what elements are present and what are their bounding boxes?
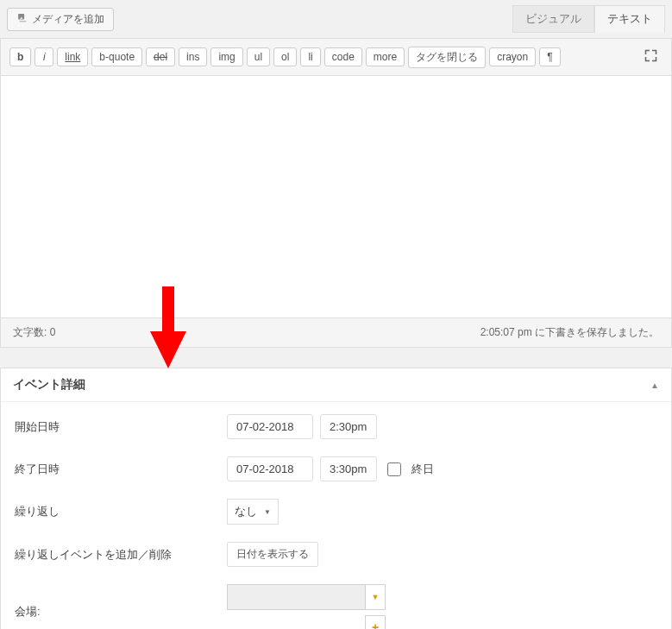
toolbar-bold-button[interactable]: b [9,47,31,66]
end-time-input[interactable] [320,456,377,481]
editor-toolbar: b i link b-quote del ins img ul ol li co… [1,39,671,76]
fullscreen-icon[interactable] [639,46,663,68]
repeat-label: 繰り返し [15,504,227,519]
chevron-down-icon: ▼ [264,508,271,516]
toolbar-ol-button[interactable]: ol [273,47,297,66]
start-date-input[interactable] [227,414,313,439]
panel-header[interactable]: イベント詳細 ▲ [1,368,671,402]
venue-add-button[interactable]: + [365,615,386,629]
show-dates-button[interactable]: 日付を表示する [227,542,318,567]
allday-label: 終日 [411,462,434,477]
toolbar-italic-button[interactable]: i [35,47,53,66]
toolbar-del-button[interactable]: del [146,47,175,66]
editor-textarea[interactable] [1,76,671,318]
toolbar-code-button[interactable]: code [324,47,362,66]
save-status: 2:05:07 pm に下書きを保存しました。 [480,325,659,340]
toolbar-li-button[interactable]: li [300,47,320,66]
toolbar-more-button[interactable]: more [366,47,405,66]
toolbar-img-button[interactable]: img [210,47,242,66]
toolbar-bquote-button[interactable]: b-quote [91,47,142,66]
add-media-label: メディアを追加 [32,12,104,27]
tab-text[interactable]: テキスト [594,5,665,33]
toolbar-ins-button[interactable]: ins [179,47,207,66]
start-datetime-label: 開始日時 [15,419,227,435]
panel-title: イベント詳細 [13,377,85,393]
toolbar-ul-button[interactable]: ul [247,47,270,66]
venue-input[interactable] [227,584,365,610]
start-time-input[interactable] [320,414,377,439]
repeat-select[interactable]: なし ▼ [227,499,279,525]
editor-mode-tabs: ビジュアル テキスト [512,5,665,33]
repeat-events-label: 繰り返しイベントを追加／削除 [15,547,227,563]
word-count: 文字数: 0 [13,325,55,340]
tab-visual[interactable]: ビジュアル [512,5,594,33]
venue-label: 会場: [15,604,227,620]
end-date-input[interactable] [227,456,313,481]
toolbar-closetags-button[interactable]: タグを閉じる [408,47,486,68]
panel-collapse-icon[interactable]: ▲ [650,381,659,390]
media-icon [16,12,28,27]
toolbar-crayon-button[interactable]: crayon [489,47,536,66]
venue-dropdown-button[interactable]: ▼ [365,584,386,610]
toolbar-pilcrow-button[interactable]: ¶ [539,47,560,66]
allday-checkbox[interactable] [387,462,401,476]
toolbar-link-button[interactable]: link [57,47,88,66]
end-datetime-label: 終了日時 [15,462,227,477]
add-media-button[interactable]: メディアを追加 [7,8,114,31]
